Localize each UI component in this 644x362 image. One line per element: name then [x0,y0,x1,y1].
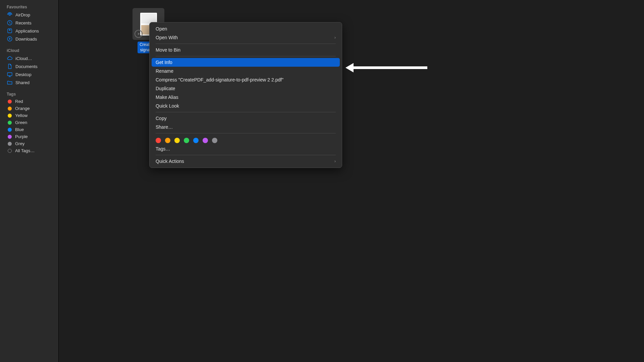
sidebar-tag-blue[interactable]: Blue [0,126,58,133]
menu-item-quick-actions[interactable]: Quick Actions› [152,157,340,166]
download-progress-icon [135,30,143,38]
downloads-icon [7,36,13,42]
menu-item-get-info[interactable]: Get Info [152,58,340,67]
sidebar-item-label: Green [15,120,27,125]
sidebar-item-shared[interactable]: Shared [0,78,58,86]
main-content: CreatePD signature Open Open With› Move … [59,0,644,362]
tag-dot-blue [8,128,12,132]
menu-separator [156,56,336,56]
annotation-arrow [345,63,427,72]
context-menu: Open Open With› Move to Bin Get Info Ren… [149,22,342,168]
airdrop-icon [7,12,13,18]
svg-rect-4 [7,73,12,76]
menu-item-quick-look[interactable]: Quick Look [152,102,340,110]
menu-item-move-to-bin[interactable]: Move to Bin [152,46,340,54]
sidebar-item-label: Blue [15,127,24,132]
menu-item-duplicate[interactable]: Duplicate [152,84,340,93]
menu-item-copy[interactable]: Copy [152,114,340,123]
tag-circle-red[interactable] [156,138,161,143]
sidebar-item-desktop[interactable]: Desktop [0,70,58,78]
desktop-icon [7,71,13,77]
sidebar-item-label: Downloads [15,37,37,42]
tag-circle-purple[interactable] [203,138,208,143]
tag-dot-all [8,149,12,153]
applications-icon [7,28,13,34]
shared-folder-icon [7,79,13,85]
sidebar-item-documents[interactable]: Documents [0,62,58,70]
tag-circle-grey[interactable] [212,138,217,143]
tag-dot-purple [8,135,12,139]
sidebar-item-label: Orange [15,106,30,111]
menu-item-rename[interactable]: Rename [152,67,340,75]
tag-dot-grey [8,142,12,146]
sidebar-item-label: Purple [15,134,28,139]
sidebar-item-label: AirDrop [15,12,30,17]
sidebar-item-label: All Tags… [15,148,35,153]
sidebar-tag-orange[interactable]: Orange [0,105,58,112]
tag-dot-green [8,121,12,125]
tag-dot-red [8,100,12,104]
svg-point-0 [9,14,11,16]
sidebar-header-favourites: Favourites [0,3,58,11]
tag-circle-blue[interactable] [193,138,199,143]
arrow-line [354,66,427,69]
sidebar-item-label: Shared [15,80,30,85]
menu-item-compress[interactable]: Compress "CreatePDF_add-signature-to-pdf… [152,75,340,84]
sidebar-tag-yellow[interactable]: Yellow [0,112,58,119]
sidebar-item-recents[interactable]: Recents [0,19,58,27]
sidebar-item-label: Red [15,99,23,104]
sidebar-item-label: Documents [15,64,38,69]
chevron-right-icon: › [334,159,336,164]
menu-item-tags[interactable]: Tags… [152,144,340,153]
sidebar-item-downloads[interactable]: Downloads [0,35,58,43]
sidebar-item-label: Recents [15,20,32,25]
tag-color-row [152,135,340,144]
sidebar-header-tags: Tags [0,90,58,98]
sidebar-tag-purple[interactable]: Purple [0,133,58,140]
cloud-icon [7,55,13,61]
sidebar-item-icloud-drive[interactable]: iCloud… [0,54,58,62]
sidebar: Favourites AirDrop Recents Applications … [0,0,59,362]
sidebar-tag-red[interactable]: Red [0,98,58,105]
sidebar-item-label: Grey [15,141,24,146]
tag-dot-yellow [8,114,12,118]
tag-dot-orange [8,107,12,111]
sidebar-item-applications[interactable]: Applications [0,27,58,35]
sidebar-section-tags: Tags Red Orange Yellow Green Blue Purple… [0,90,58,154]
sidebar-item-label: Yellow [15,113,28,118]
menu-separator [156,112,336,112]
menu-separator [156,133,336,133]
menu-separator [156,44,336,44]
sidebar-item-label: Applications [15,28,39,34]
clock-icon [7,20,13,26]
sidebar-tag-grey[interactable]: Grey [0,140,58,147]
sidebar-section-icloud: iCloud iCloud… Documents Desktop Shared [0,47,58,86]
sidebar-item-label: iCloud… [15,56,32,61]
sidebar-section-favourites: Favourites AirDrop Recents Applications … [0,3,58,43]
document-icon [7,63,13,69]
menu-separator [156,155,336,155]
sidebar-all-tags[interactable]: All Tags… [0,147,58,154]
menu-item-share[interactable]: Share… [152,123,340,131]
chevron-right-icon: › [334,35,336,40]
menu-item-open-with[interactable]: Open With› [152,33,340,42]
menu-item-make-alias[interactable]: Make Alias [152,93,340,102]
sidebar-tag-green[interactable]: Green [0,119,58,126]
tag-circle-green[interactable] [184,138,189,143]
sidebar-item-airdrop[interactable]: AirDrop [0,11,58,19]
tag-circle-yellow[interactable] [174,138,180,143]
arrow-head-icon [345,63,354,72]
sidebar-item-label: Desktop [15,72,32,77]
tag-circle-orange[interactable] [165,138,170,143]
menu-item-open[interactable]: Open [152,24,340,33]
sidebar-header-icloud: iCloud [0,47,58,54]
